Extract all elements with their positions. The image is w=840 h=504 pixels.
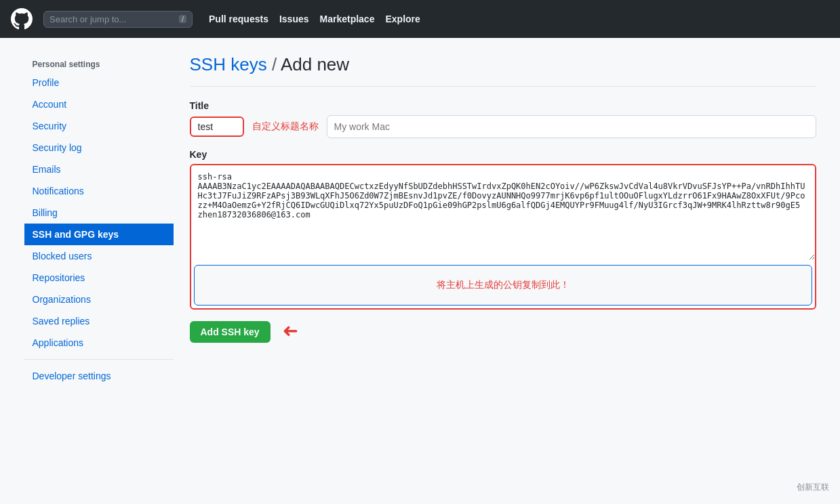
sidebar-item-ssh-gpg-keys[interactable]: SSH and GPG keys xyxy=(24,224,174,245)
key-form-group: Key ssh-rsa AAAAB3NzaC1yc2EAAAADAQABAABA… xyxy=(190,149,816,310)
sidebar-item-blocked-users[interactable]: Blocked users xyxy=(24,245,174,267)
title-annotation: 自定义标题名称 xyxy=(252,121,319,133)
navbar-pull-requests[interactable]: Pull requests xyxy=(209,14,268,24)
navbar-explore[interactable]: Explore xyxy=(385,14,420,24)
title-form-group: Title 自定义标题名称 xyxy=(190,100,816,138)
key-placeholder-area: 将主机上生成的公钥复制到此！ xyxy=(194,265,812,306)
github-logo-icon[interactable] xyxy=(11,8,33,30)
sidebar-item-notifications[interactable]: Notifications xyxy=(24,180,174,202)
breadcrumb-separator: / xyxy=(272,54,281,75)
sidebar-item-account[interactable]: Account xyxy=(24,93,174,115)
navbar-issues[interactable]: Issues xyxy=(279,14,309,24)
btn-row: Add SSH key ➜ xyxy=(190,320,816,343)
sidebar-section-label: Personal settings xyxy=(24,54,174,72)
sidebar-item-developer-settings[interactable]: Developer settings xyxy=(24,365,174,387)
sidebar-item-profile[interactable]: Profile xyxy=(24,72,174,93)
sidebar-item-repositories[interactable]: Repositories xyxy=(24,267,174,289)
breadcrumb-ssh-keys[interactable]: SSH keys xyxy=(190,54,267,75)
search-box[interactable]: / xyxy=(43,11,193,28)
search-slash-icon: / xyxy=(179,15,186,23)
title-label: Title xyxy=(190,100,816,111)
sidebar-item-saved-replies[interactable]: Saved replies xyxy=(24,310,174,332)
navbar-links: Pull requests Issues Marketplace Explore xyxy=(209,14,420,24)
sidebar-item-security-log[interactable]: Security log xyxy=(24,137,174,159)
sidebar-item-applications[interactable]: Applications xyxy=(24,332,174,354)
arrow-icon: ➜ xyxy=(283,320,298,343)
sidebar: Personal settings Profile Account Securi… xyxy=(24,54,174,387)
sidebar-item-security[interactable]: Security xyxy=(24,115,174,137)
navbar-marketplace[interactable]: Marketplace xyxy=(320,14,375,24)
sidebar-divider xyxy=(24,359,174,360)
key-textarea-wrapper: ssh-rsa AAAAB3NzaC1yc2EAAAADAQABAABAQDEC… xyxy=(190,164,816,310)
page-header: SSH keys / Add new xyxy=(190,54,816,87)
navbar: / Pull requests Issues Marketplace Explo… xyxy=(0,0,840,38)
title-input-highlighted[interactable] xyxy=(190,117,244,137)
key-placeholder-text: 将主机上生成的公钥复制到此！ xyxy=(437,279,569,291)
page-wrapper: Personal settings Profile Account Securi… xyxy=(14,38,827,403)
add-ssh-key-button[interactable]: Add SSH key xyxy=(190,321,271,343)
sidebar-item-billing[interactable]: Billing xyxy=(24,202,174,224)
title-row: 自定义标题名称 xyxy=(190,115,816,138)
search-input[interactable] xyxy=(49,14,174,24)
key-label: Key xyxy=(190,149,816,160)
sidebar-item-emails[interactable]: Emails xyxy=(24,159,174,180)
page-title: Add new xyxy=(281,54,349,75)
key-textarea[interactable]: ssh-rsa AAAAB3NzaC1yc2EAAAADAQABAABAQDEC… xyxy=(191,165,815,260)
main-content: SSH keys / Add new Title 自定义标题名称 Key ssh… xyxy=(190,54,816,387)
title-input-full[interactable] xyxy=(327,115,816,138)
sidebar-item-organizations[interactable]: Organizations xyxy=(24,289,174,310)
